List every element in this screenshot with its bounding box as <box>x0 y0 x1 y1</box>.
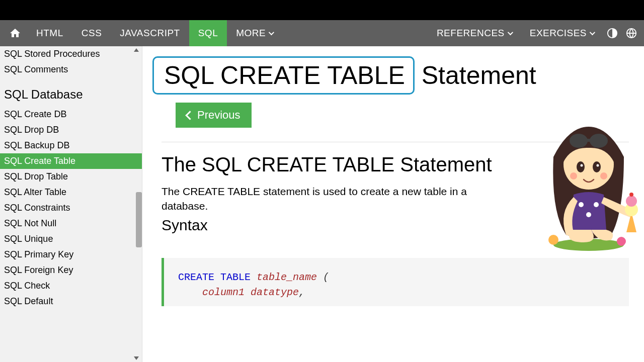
svg-point-7 <box>586 212 591 217</box>
nav-references[interactable]: REFERENCES <box>428 20 521 46</box>
svg-point-3 <box>548 235 558 245</box>
svg-point-10 <box>590 134 608 148</box>
svg-point-16 <box>570 172 577 179</box>
sidebar-heading: SQL Database <box>0 77 142 107</box>
sidebar-item[interactable]: SQL Alter Table <box>0 185 142 200</box>
sidebar-item[interactable]: SQL Stored Procedures <box>0 46 142 62</box>
previous-button[interactable]: Previous <box>176 103 252 128</box>
svg-point-4 <box>617 237 626 246</box>
caret-down-icon <box>590 30 595 35</box>
caret-down-icon <box>269 30 274 35</box>
theme-toggle-icon[interactable] <box>603 20 622 46</box>
nav-css[interactable]: CSS <box>72 20 111 46</box>
svg-point-14 <box>581 164 583 167</box>
nav-exercises[interactable]: EXERCISES <box>521 20 603 46</box>
scroll-down-icon[interactable] <box>134 356 139 360</box>
section-description: The CREATE TABLE statement is used to cr… <box>162 184 473 214</box>
nav-more-label: MORE <box>236 28 266 39</box>
globe-icon[interactable] <box>622 20 641 46</box>
sidebar-item[interactable]: SQL Check <box>0 278 142 294</box>
title-highlighted: SQL CREATE TABLE <box>152 56 415 95</box>
svg-point-13 <box>593 161 601 172</box>
top-navigation: HTML CSS JAVASCRIPT SQL MORE REFERENCES … <box>0 20 644 46</box>
svg-point-15 <box>597 164 599 167</box>
sidebar-item[interactable]: SQL Unique <box>0 231 142 247</box>
nav-exercises-label: EXERCISES <box>530 28 587 39</box>
nav-javascript[interactable]: JAVASCRIPT <box>111 20 189 46</box>
code-column: column1 datatype <box>202 287 299 298</box>
nav-more[interactable]: MORE <box>227 20 282 46</box>
svg-point-9 <box>570 134 588 148</box>
sidebar-item[interactable]: SQL Create DB <box>0 107 142 122</box>
sidebar-item[interactable]: SQL Primary Key <box>0 247 142 262</box>
sidebar-item[interactable]: SQL Default <box>0 294 142 309</box>
code-text: , <box>299 287 305 298</box>
code-block: CREATE TABLE table_name ( column1 dataty… <box>162 258 629 306</box>
sidebar-item[interactable]: SQL Drop Table <box>0 169 142 185</box>
mascot-illustration <box>523 112 644 252</box>
chevron-left-icon <box>185 111 194 120</box>
nav-html[interactable]: HTML <box>27 20 72 46</box>
svg-point-20 <box>629 193 633 197</box>
svg-point-6 <box>594 202 599 207</box>
sidebar-item[interactable]: SQL Comments <box>0 62 142 77</box>
svg-point-5 <box>579 202 584 207</box>
svg-rect-11 <box>586 139 591 142</box>
nav-references-label: REFERENCES <box>437 28 505 39</box>
sidebar-item[interactable]: SQL Foreign Key <box>0 262 142 278</box>
svg-point-19 <box>626 196 637 207</box>
sidebar: SQL Stored Procedures SQL Comments SQL D… <box>0 46 142 362</box>
sidebar-item[interactable]: SQL Drop DB <box>0 122 142 138</box>
page-title: SQL CREATE TABLE Statement <box>162 56 629 95</box>
previous-label: Previous <box>197 109 240 122</box>
home-icon[interactable] <box>3 20 27 46</box>
main-content: SQL CREATE TABLE Statement Previous The … <box>142 46 644 362</box>
code-keyword: TABLE <box>220 272 251 283</box>
code-indent <box>178 287 202 298</box>
sidebar-item-active[interactable]: SQL Create Table <box>0 153 142 169</box>
sidebar-item[interactable]: SQL Not Null <box>0 216 142 231</box>
title-rest: Statement <box>415 61 536 89</box>
code-text: ( <box>317 272 329 283</box>
code-tablename: table_name <box>257 272 317 283</box>
caret-down-icon <box>507 30 513 35</box>
scrollbar-thumb[interactable] <box>136 192 142 247</box>
top-black-bar <box>0 0 644 20</box>
svg-point-17 <box>600 172 607 179</box>
scroll-up-icon[interactable] <box>134 48 139 52</box>
sidebar-item[interactable]: SQL Backup DB <box>0 138 142 153</box>
code-keyword: CREATE <box>178 272 214 283</box>
nav-sql[interactable]: SQL <box>189 20 227 46</box>
svg-point-12 <box>577 161 585 172</box>
sidebar-item[interactable]: SQL Constraints <box>0 200 142 216</box>
